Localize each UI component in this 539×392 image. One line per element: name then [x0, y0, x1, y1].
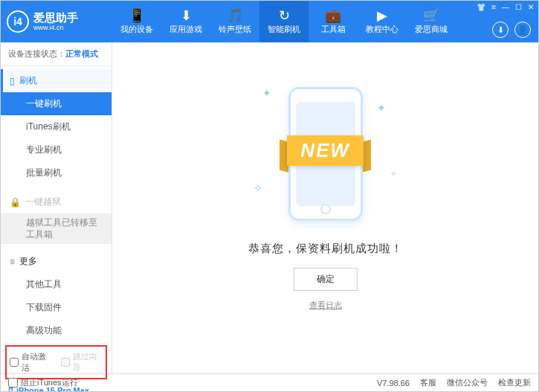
sidebar-item-oneclick-flash[interactable]: 一键刷机	[1, 92, 112, 115]
sidebar-item-itunes-flash[interactable]: iTunes刷机	[1, 115, 112, 138]
sidebar-item-advanced[interactable]: 高级功能	[1, 319, 112, 342]
cart-icon: 🛒	[423, 9, 439, 22]
menu-icon[interactable]: ≡	[491, 3, 496, 11]
download-button[interactable]: ⬇	[492, 22, 509, 38]
sparkle-icon: ✦	[262, 87, 271, 99]
lock-icon: 🔒	[10, 197, 21, 208]
phone-icon: ▯	[10, 76, 15, 86]
main-content: ✦ ✦ ✧ ✧ NEW 恭喜您，保资料刷机成功啦！ 确定 查看日志	[112, 42, 538, 373]
sidebar: 设备连接状态：正常模式 ▯ 刷机 一键刷机 iTunes刷机 专业刷机 批量刷机…	[1, 42, 112, 373]
sidebar-item-batch-flash[interactable]: 批量刷机	[1, 161, 112, 184]
sidebar-group-flash[interactable]: ▯ 刷机	[1, 69, 112, 92]
support-link[interactable]: 客服	[420, 377, 436, 388]
check-update-link[interactable]: 检查更新	[498, 377, 531, 388]
top-nav: 📱我的设备 ⬇应用游戏 🎵铃声壁纸 ↻智能刷机 💼工具箱 ▶教程中心 🛒爱思商城	[112, 1, 456, 42]
skin-icon[interactable]: 👕	[477, 3, 485, 11]
maximize-icon[interactable]: ☐	[515, 3, 522, 11]
user-button[interactable]: 👤	[514, 22, 531, 38]
connection-status: 设备连接状态：正常模式	[1, 42, 112, 66]
logo: i4 爱思助手 www.i4.cn	[7, 10, 112, 33]
play-icon: ▶	[377, 9, 387, 22]
sidebar-group-jailbreak: 🔒 一键越狱	[1, 190, 112, 213]
nav-toolbox[interactable]: 💼工具箱	[309, 1, 358, 42]
refresh-icon: ↻	[279, 9, 290, 22]
nav-store[interactable]: 🛒爱思商城	[407, 1, 456, 42]
list-icon: ≡	[10, 257, 15, 267]
nav-ringtones[interactable]: 🎵铃声壁纸	[210, 1, 259, 42]
nav-flash[interactable]: ↻智能刷机	[259, 1, 309, 42]
nav-apps[interactable]: ⬇应用游戏	[161, 1, 210, 42]
checkbox-skip-guide[interactable]: 跳过向导	[61, 351, 103, 373]
success-illustration: ✦ ✦ ✧ ✧ NEW	[248, 80, 404, 228]
nav-my-device[interactable]: 📱我的设备	[112, 1, 161, 42]
sparkle-icon: ✦	[377, 102, 386, 114]
sidebar-item-download-firmware[interactable]: 下载固件	[1, 296, 112, 319]
music-icon: 🎵	[227, 9, 243, 22]
new-ribbon: NEW	[248, 135, 404, 166]
options-highlight-box: 自动激活 跳过向导	[5, 345, 107, 379]
logo-title: 爱思助手	[33, 12, 78, 23]
checkbox-block-itunes[interactable]: 阻止iTunes运行	[8, 377, 78, 388]
sidebar-jailbreak-note: 越狱工具已转移至工具箱	[1, 213, 112, 244]
version-label: V7.98.66	[377, 379, 410, 388]
sidebar-item-other-tools[interactable]: 其他工具	[1, 273, 112, 296]
toolbox-icon: 💼	[325, 9, 341, 22]
app-header: i4 爱思助手 www.i4.cn 📱我的设备 ⬇应用游戏 🎵铃声壁纸 ↻智能刷…	[1, 1, 538, 42]
nav-tutorials[interactable]: ▶教程中心	[358, 1, 407, 42]
window-controls: 👕 ≡ — ☐ ✕	[477, 3, 534, 11]
logo-icon: i4	[7, 10, 29, 33]
sparkle-icon: ✧	[390, 170, 396, 178]
apps-icon: ⬇	[181, 9, 192, 22]
close-icon[interactable]: ✕	[528, 3, 534, 11]
header-actions: ⬇ 👤	[492, 22, 531, 38]
device-icon: 📱	[129, 9, 145, 22]
checkbox-auto-activate[interactable]: 自动激活	[10, 351, 52, 373]
sidebar-group-more[interactable]: ≡ 更多	[1, 250, 112, 273]
success-message: 恭喜您，保资料刷机成功啦！	[248, 242, 403, 256]
sidebar-item-pro-flash[interactable]: 专业刷机	[1, 138, 112, 161]
sparkle-icon: ✧	[254, 182, 262, 194]
view-log-link[interactable]: 查看日志	[309, 300, 342, 311]
confirm-button[interactable]: 确定	[294, 268, 358, 291]
logo-subtitle: www.i4.cn	[33, 25, 78, 31]
wechat-link[interactable]: 微信公众号	[447, 377, 488, 388]
minimize-icon[interactable]: —	[502, 3, 509, 11]
